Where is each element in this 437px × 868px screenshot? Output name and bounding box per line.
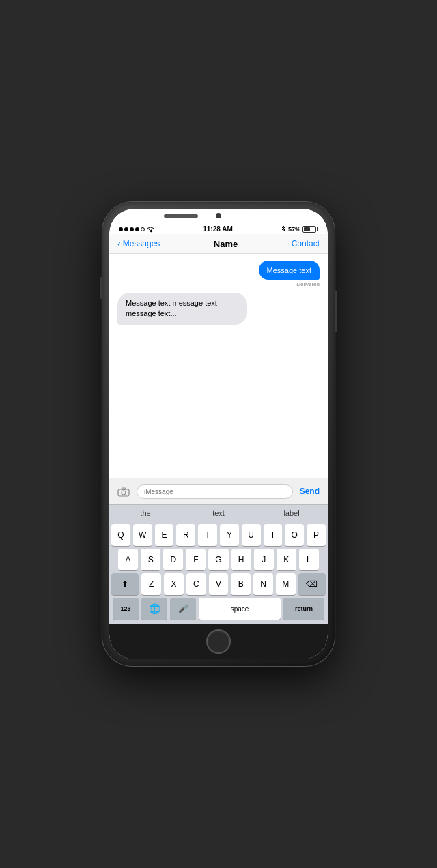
svg-point-1 (122, 491, 126, 495)
autocomplete-bar: the text label (109, 504, 328, 521)
key-O[interactable]: O (285, 524, 304, 546)
keyboard-row-3: ⬆ Z X C V B N M ⌫ (111, 573, 326, 595)
front-camera (216, 213, 221, 218)
back-arrow-icon: ‹ (117, 238, 121, 249)
battery-fill (304, 227, 310, 231)
battery-icon (302, 226, 318, 233)
outgoing-bubble: Message text (259, 261, 320, 280)
keyboard-row-4: 123 🌐 🎤 space return (111, 598, 326, 620)
key-A[interactable]: A (118, 549, 138, 570)
key-T[interactable]: T (198, 524, 217, 546)
bluetooth-icon (281, 225, 286, 233)
space-key[interactable]: space (199, 598, 281, 620)
globe-key[interactable]: 🌐 (141, 598, 167, 620)
contact-button[interactable]: Contact (292, 239, 320, 248)
key-N[interactable]: N (253, 573, 273, 595)
key-S[interactable]: S (141, 549, 160, 570)
key-D[interactable]: D (163, 549, 183, 570)
status-time: 11:28 AM (203, 225, 233, 233)
keyboard: Q W E R T Y U I O P A S D F G (109, 521, 328, 624)
messages-area: Message text Delivered Message text mess… (109, 254, 328, 478)
nav-title: Name (214, 239, 238, 249)
autocomplete-item-2[interactable]: label (255, 505, 328, 521)
speaker-grille (164, 214, 198, 218)
key-Z[interactable]: Z (141, 573, 161, 595)
signal-dot-4 (135, 227, 139, 231)
key-G[interactable]: G (208, 549, 228, 570)
camera-button[interactable] (115, 482, 132, 500)
numbers-key[interactable]: 123 (113, 598, 139, 620)
key-U[interactable]: U (242, 524, 261, 546)
key-F[interactable]: F (186, 549, 206, 570)
back-label: Messages (123, 239, 160, 248)
key-W[interactable]: W (133, 524, 152, 546)
battery-tip (317, 227, 318, 231)
keyboard-row-2: A S D F G H J K L (111, 549, 326, 570)
signal-dot-2 (124, 227, 128, 231)
wifi-icon (146, 226, 155, 233)
key-C[interactable]: C (186, 573, 206, 595)
phone-inner: 11:28 AM 57% (109, 209, 328, 659)
send-button[interactable]: Send (297, 487, 322, 496)
incoming-bubble: Message text message text message text..… (117, 293, 247, 325)
return-key[interactable]: return (283, 598, 324, 620)
key-M[interactable]: M (276, 573, 296, 595)
key-I[interactable]: I (264, 524, 283, 546)
key-H[interactable]: H (231, 549, 251, 570)
signal-dot-5 (141, 227, 145, 231)
shift-key[interactable]: ⬆ (111, 573, 139, 595)
screen: 11:28 AM 57% (109, 209, 328, 659)
key-B[interactable]: B (231, 573, 251, 595)
message-in: Message text message text message text..… (117, 293, 247, 325)
svg-rect-2 (122, 488, 126, 490)
mic-key[interactable]: 🎤 (170, 598, 196, 620)
status-right-area: 57% (281, 225, 318, 233)
back-button[interactable]: ‹ Messages (117, 238, 160, 249)
notch-area (109, 209, 328, 222)
phone-frame: 11:28 AM 57% (102, 202, 335, 666)
battery-percent: 57% (288, 226, 300, 233)
signal-dot-1 (119, 227, 123, 231)
keyboard-row-1: Q W E R T Y U I O P (111, 524, 326, 546)
camera-icon (117, 487, 130, 497)
autocomplete-item-1[interactable]: text (182, 505, 255, 521)
key-V[interactable]: V (209, 573, 229, 595)
home-button[interactable] (206, 629, 231, 654)
key-J[interactable]: J (254, 549, 274, 570)
autocomplete-item-0[interactable]: the (109, 505, 182, 521)
message-input[interactable] (137, 484, 293, 499)
home-area (109, 624, 328, 659)
key-R[interactable]: R (176, 524, 195, 546)
key-P[interactable]: P (307, 524, 326, 546)
nav-bar: ‹ Messages Name Contact (109, 234, 328, 254)
status-bar: 11:28 AM 57% (109, 222, 328, 234)
key-X[interactable]: X (164, 573, 184, 595)
battery-body (302, 226, 316, 233)
input-area: Send (109, 478, 328, 504)
key-E[interactable]: E (155, 524, 174, 546)
key-K[interactable]: K (277, 549, 296, 570)
signal-dot-3 (130, 227, 134, 231)
key-L[interactable]: L (299, 549, 319, 570)
message-out: Message text Delivered (259, 261, 320, 287)
key-Q[interactable]: Q (111, 524, 130, 546)
delivered-status: Delivered (296, 281, 320, 287)
signal-area (119, 226, 155, 233)
key-Y[interactable]: Y (220, 524, 239, 546)
delete-key[interactable]: ⌫ (298, 573, 326, 595)
